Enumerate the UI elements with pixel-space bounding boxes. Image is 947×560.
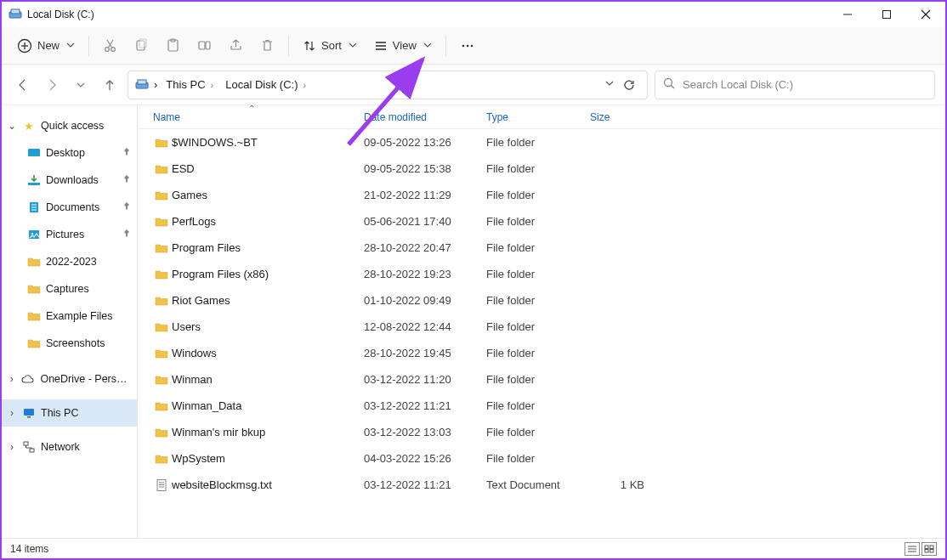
- file-name: WpSystem: [170, 452, 364, 465]
- minimize-button[interactable]: [828, 2, 867, 27]
- address-dropdown-button[interactable]: [604, 78, 615, 91]
- file-row[interactable]: Games21-02-2022 11:29File folder: [138, 182, 945, 208]
- toolbar-separator: [288, 36, 289, 56]
- file-type: File folder: [486, 294, 590, 307]
- folder-icon: [153, 268, 170, 281]
- column-header-date[interactable]: Date modified: [364, 111, 486, 123]
- sidebar-item-label: Example Files: [46, 310, 113, 322]
- chevron-down-icon: [349, 39, 357, 52]
- file-date: 09-05-2022 13:26: [364, 136, 486, 149]
- toolbar-separator: [445, 36, 446, 56]
- download-icon: [27, 173, 41, 187]
- sort-button[interactable]: Sort: [294, 31, 366, 61]
- breadcrumb-item[interactable]: This PC ›: [162, 76, 217, 93]
- sidebar-item[interactable]: Example Files: [2, 303, 137, 330]
- file-row[interactable]: Riot Games01-10-2022 09:49File folder: [138, 287, 945, 314]
- maximize-button[interactable]: [867, 2, 906, 27]
- file-row[interactable]: Program Files (x86)28-10-2022 19:23File …: [138, 261, 945, 287]
- share-button[interactable]: [220, 31, 252, 61]
- cut-button[interactable]: [94, 31, 126, 61]
- file-row[interactable]: Windows28-10-2022 19:45File folder: [138, 340, 945, 366]
- file-row[interactable]: Winman's mir bkup03-12-2022 13:03File fo…: [138, 419, 945, 445]
- rename-button[interactable]: [189, 31, 220, 61]
- cloud-icon: [21, 372, 35, 386]
- sidebar-item[interactable]: Documents: [2, 194, 137, 221]
- chevron-down-icon[interactable]: ⌄: [7, 120, 17, 132]
- file-row[interactable]: Winman_Data03-12-2022 11:21File folder: [138, 393, 945, 419]
- details-view-toggle[interactable]: [904, 542, 920, 556]
- sidebar-item[interactable]: Desktop: [2, 139, 137, 167]
- new-label: New: [37, 39, 60, 52]
- file-row[interactable]: websiteBlockmsg.txt03-12-2022 11:21Text …: [138, 472, 945, 498]
- file-date: 01-10-2022 09:49: [364, 294, 486, 307]
- forward-button[interactable]: [41, 74, 63, 96]
- back-button[interactable]: [12, 74, 34, 96]
- file-row[interactable]: WpSystem04-03-2022 15:26File folder: [138, 445, 945, 472]
- search-box[interactable]: [655, 71, 935, 99]
- sidebar-item[interactable]: Screenshots: [2, 330, 137, 357]
- svg-point-22: [462, 44, 465, 47]
- svg-rect-39: [24, 442, 28, 445]
- paste-button[interactable]: [157, 31, 189, 61]
- status-item-count: 14 items: [10, 543, 48, 555]
- pin-icon: [122, 174, 132, 187]
- sidebar-item[interactable]: Downloads: [2, 167, 137, 194]
- chevron-right-icon[interactable]: ›: [7, 407, 17, 419]
- file-row[interactable]: Program Files28-10-2022 20:47File folder: [138, 235, 945, 261]
- sidebar-item-this-pc[interactable]: › This PC: [2, 399, 137, 427]
- up-button[interactable]: [99, 74, 121, 96]
- recent-locations-button[interactable]: [70, 74, 92, 96]
- folder-icon: [153, 294, 170, 308]
- sidebar-item-quick-access[interactable]: ⌄ ★ Quick access: [2, 112, 137, 139]
- sidebar-item[interactable]: Captures: [2, 275, 137, 303]
- file-type: File folder: [486, 426, 590, 438]
- text-file-icon: [153, 478, 170, 492]
- svg-rect-26: [138, 80, 146, 84]
- sidebar-item-onedrive[interactable]: › OneDrive - Personal: [2, 365, 137, 393]
- file-row[interactable]: Users12-08-2022 12:44File folder: [138, 314, 945, 340]
- breadcrumb-label: This PC: [166, 78, 205, 91]
- delete-button[interactable]: [252, 31, 283, 61]
- folder-icon: [153, 426, 170, 439]
- file-row[interactable]: Winman03-12-2022 11:20File folder: [138, 366, 945, 393]
- copy-button[interactable]: [126, 31, 157, 61]
- pin-icon: [122, 147, 132, 160]
- chevron-right-icon: ›: [211, 80, 214, 90]
- search-input[interactable]: [683, 78, 927, 91]
- svg-rect-3: [883, 11, 891, 19]
- view-button[interactable]: View: [366, 31, 440, 61]
- file-name: Windows: [170, 347, 364, 359]
- file-row[interactable]: $WINDOWS.~BT09-05-2022 13:26File folder: [138, 129, 945, 156]
- sidebar-item[interactable]: Pictures: [2, 221, 137, 248]
- file-date: 04-03-2022 15:26: [364, 452, 486, 465]
- close-button[interactable]: [906, 2, 945, 27]
- file-type: File folder: [486, 399, 590, 412]
- column-header-size[interactable]: Size: [590, 111, 653, 123]
- new-button[interactable]: New: [9, 31, 83, 61]
- file-name: Riot Games: [170, 294, 364, 307]
- file-name: $WINDOWS.~BT: [170, 136, 364, 149]
- file-name: Winman: [170, 373, 364, 386]
- breadcrumb-item[interactable]: Local Disk (C:) ›: [222, 76, 309, 93]
- icons-view-toggle[interactable]: [921, 542, 937, 556]
- sidebar-item-label: Documents: [46, 201, 99, 213]
- file-name: Users: [170, 320, 364, 333]
- svg-rect-1: [11, 9, 20, 14]
- chevron-right-icon[interactable]: ›: [7, 373, 16, 385]
- refresh-button[interactable]: [618, 74, 640, 96]
- pictures-icon: [27, 228, 41, 241]
- file-type: File folder: [486, 347, 590, 359]
- desktop-icon: [27, 146, 41, 160]
- column-header-name[interactable]: Name: [153, 111, 364, 123]
- more-button[interactable]: [451, 31, 484, 61]
- sidebar-item-label: Desktop: [46, 147, 85, 159]
- column-header-type[interactable]: Type: [486, 111, 590, 123]
- file-row[interactable]: ESD09-05-2022 15:38File folder: [138, 156, 945, 182]
- address-bar[interactable]: › This PC › Local Disk (C:) ›: [128, 71, 648, 99]
- chevron-right-icon[interactable]: ›: [7, 441, 17, 453]
- sidebar-item-network[interactable]: › Network: [2, 433, 137, 461]
- file-row[interactable]: PerfLogs05-06-2021 17:40File folder: [138, 208, 945, 235]
- sidebar-item[interactable]: 2022-2023: [2, 248, 137, 275]
- file-date: 09-05-2022 15:38: [364, 162, 486, 175]
- file-type: File folder: [486, 452, 590, 465]
